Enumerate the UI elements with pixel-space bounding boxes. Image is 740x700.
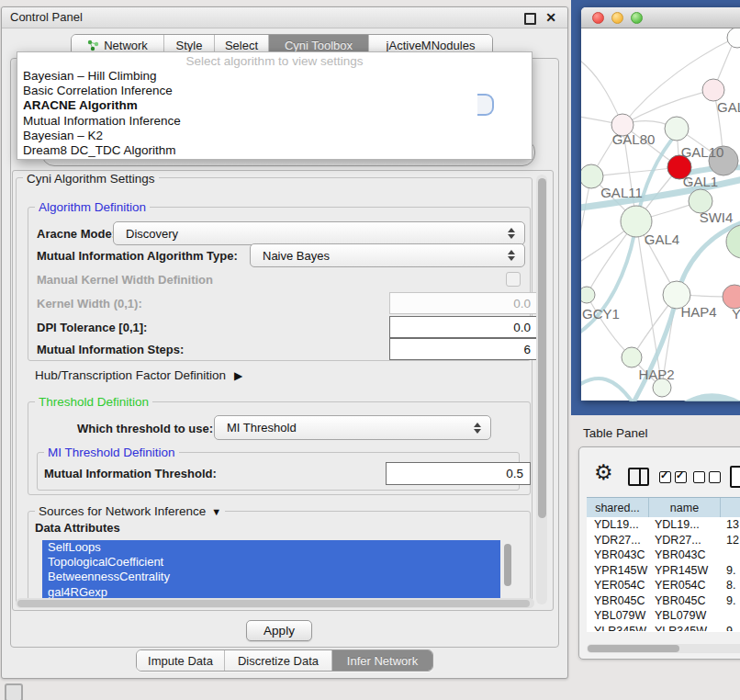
disclosure-right-icon [234, 367, 242, 383]
dropdown-item[interactable]: Bayesian – K2 [17, 129, 532, 143]
data-attributes-list: SelfLoops TopologicalCoefficient Between… [42, 540, 500, 599]
columns-icon[interactable] [628, 468, 649, 486]
hub-definition-label: Hub/Transcription Factor Definition [35, 368, 226, 382]
threshold-definition-title: Threshold Definition [35, 395, 152, 409]
list-item-selected[interactable]: BetweennessCentrality [42, 570, 500, 584]
column-header-shared-name[interactable]: shared... [587, 498, 649, 517]
node-gal10[interactable] [665, 117, 689, 141]
data-attributes-label: Data Attributes [35, 521, 120, 535]
sources-disclosure[interactable]: Sources for Network Inference [35, 504, 225, 518]
close-icon[interactable] [545, 11, 556, 24]
manual-kernel-label: Manual Kernel Width Definition [37, 273, 213, 287]
mi-type-label: Mutual Information Algorithm Type: [37, 249, 238, 263]
combo-arrows-icon [507, 228, 515, 239]
table-row[interactable]: YLR345WYLR345W9. [587, 624, 740, 632]
dropdown-item[interactable]: Bayesian – Hill Climbing [17, 69, 532, 84]
unchecked-checkbox-icon [693, 471, 705, 483]
tab-discretize-data[interactable]: Discretize Data [224, 650, 331, 671]
apply-button[interactable]: Apply [246, 620, 312, 641]
kernel-width-label: Kernel Width (0,1): [37, 297, 142, 310]
node-gcy1[interactable] [581, 287, 595, 303]
network-canvas[interactable]: GAL GAL80 GAL10 GAL1 GAL11 SWI4 GAL4 GCY… [581, 28, 740, 401]
settings-vertical-scrollbar-thumb[interactable] [538, 178, 546, 518]
network-icon [87, 40, 99, 51]
table-row[interactable]: YDL19...YDL19...13 [587, 517, 740, 533]
network-window-titlebar[interactable] [581, 7, 740, 28]
network-view-panel: GAL GAL80 GAL10 GAL1 GAL11 SWI4 GAL4 GCY… [571, 0, 740, 415]
kernel-width-field[interactable]: 0.0 [389, 292, 538, 314]
dropdown-item[interactable]: Mutual Information Inference [17, 114, 532, 129]
node-label: GCY1 [582, 306, 620, 322]
node-label: GAL80 [612, 131, 656, 147]
table-row[interactable]: YPR145WYPR145W9. [587, 563, 740, 579]
manual-kernel-checkbox[interactable] [506, 272, 521, 287]
algorithm-definition-title: Algorithm Definition [35, 200, 150, 214]
which-threshold-combobox[interactable]: MI Threshold [214, 415, 491, 440]
gear-icon[interactable] [594, 462, 613, 483]
float-window-icon[interactable] [524, 13, 536, 25]
table-row[interactable]: YDR27...YDR27...12 [587, 533, 740, 548]
hub-definition-disclosure[interactable]: Hub/Transcription Factor Definition [35, 367, 242, 383]
desktop: { "window": { "title": "Control Panel" }… [0, 0, 740, 700]
mi-type-combobox[interactable]: Naive Bayes [250, 243, 525, 267]
settings-horizontal-scrollbar[interactable] [16, 598, 534, 608]
mi-steps-field[interactable]: 6 [389, 338, 538, 360]
tab-network-label: Network [104, 39, 148, 52]
node-label: Y [732, 306, 740, 322]
node-label: GAL1 [683, 174, 718, 189]
dropdown-item[interactable]: Dream8 DC_TDC Algorithm [17, 143, 532, 158]
table-row[interactable]: YBR045CYBR045C9. [587, 593, 740, 609]
settings-horizontal-scrollbar-thumb[interactable] [17, 600, 530, 607]
column-header-name[interactable]: name [649, 498, 721, 517]
node-label: GAL4 [645, 231, 679, 247]
select-all-columns-icon[interactable] [659, 471, 687, 483]
bottom-tabbar: Impute Data Discretize Data Infer Networ… [136, 649, 433, 672]
deselect-all-columns-icon[interactable] [693, 471, 721, 483]
table-row[interactable]: YBL079WYBL079W [587, 608, 740, 624]
dropdown-item[interactable]: Basic Correlation Inference [17, 84, 532, 98]
table-panel-title: Table Panel [583, 426, 648, 440]
column-header-partial[interactable] [721, 498, 740, 517]
settings-vertical-scrollbar[interactable] [536, 175, 547, 604]
table-row[interactable]: YBR043CYBR043C [587, 548, 740, 563]
table-horizontal-scrollbar[interactable] [587, 644, 740, 653]
table-horizontal-scrollbar-thumb[interactable] [588, 645, 679, 652]
mi-type-value: Naive Bayes [251, 249, 507, 263]
list-scrollbar[interactable] [503, 541, 512, 598]
document-icon[interactable] [730, 466, 740, 488]
mi-threshold-label: Mutual Information Threshold: [44, 467, 217, 480]
tab-impute-data[interactable]: Impute Data [137, 650, 224, 671]
minimize-traffic-light[interactable] [611, 12, 623, 24]
table-row[interactable]: YER054CYER054C8. [587, 578, 740, 593]
panel-grip-icon[interactable] [5, 683, 23, 700]
node-label: HAP4 [680, 304, 716, 320]
close-traffic-light[interactable] [592, 12, 604, 24]
node-label: HAP2 [638, 367, 674, 382]
algorithm-dropdown-popup: Select algorithm to view settings Bayesi… [17, 51, 533, 160]
node-label: GAL11 [600, 185, 643, 200]
dropdown-item-selected[interactable]: ARACNE Algorithm [17, 98, 532, 113]
list-item-selected[interactable]: gal4RGexp [42, 585, 500, 599]
list-item-selected[interactable]: SelfLoops [42, 540, 500, 555]
aracne-mode-value: Discovery [114, 227, 507, 241]
unchecked-checkbox-icon [709, 471, 721, 483]
dpi-tolerance-field[interactable]: 0.0 [389, 316, 538, 338]
dpi-tolerance-label: DPI Tolerance [0,1]: [37, 321, 147, 334]
zoom-traffic-light[interactable] [631, 12, 643, 24]
control-panel-titlebar[interactable]: Control Panel [2, 7, 567, 28]
table-header-row: shared... name [587, 498, 740, 517]
aracne-mode-combobox[interactable]: Discovery [113, 221, 525, 245]
node-gal-partial[interactable] [702, 79, 724, 101]
network-window: GAL GAL80 GAL10 GAL1 GAL11 SWI4 GAL4 GCY… [581, 7, 740, 401]
combo-arrows-icon [507, 250, 515, 261]
list-item-selected[interactable]: TopologicalCoefficient [42, 555, 500, 570]
node[interactable] [727, 28, 740, 48]
node-hap2[interactable] [622, 347, 642, 367]
mi-threshold-field[interactable]: 0.5 [386, 462, 531, 485]
tab-infer-network[interactable]: Infer Network [331, 650, 432, 671]
node-label: GAL10 [681, 144, 724, 160]
disclosure-down-icon [211, 504, 221, 518]
list-scrollbar-thumb[interactable] [504, 544, 511, 586]
aracne-mode-label: Aracne Mode: [37, 227, 116, 241]
combo-arrows-icon [473, 423, 481, 434]
